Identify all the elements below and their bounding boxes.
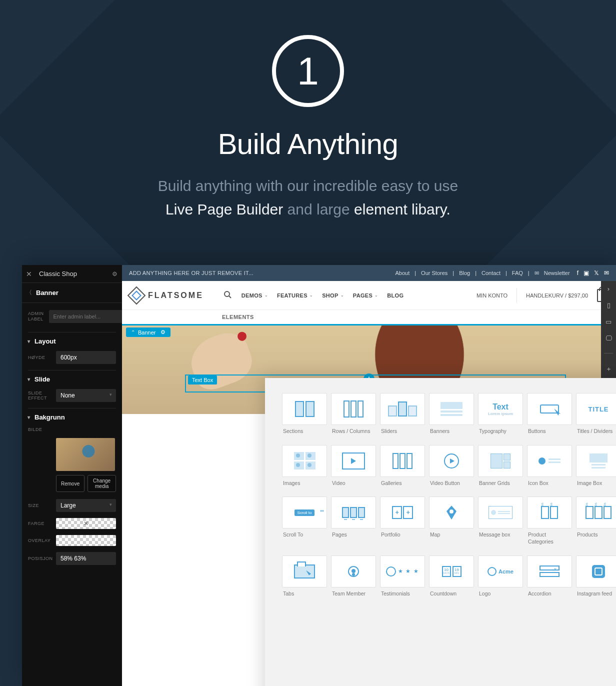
library-item-label: Sliders bbox=[380, 425, 425, 442]
hoyde-input[interactable]: 600px bbox=[56, 351, 116, 364]
desktop-icon[interactable]: 🖵 bbox=[606, 334, 612, 342]
mail-icon[interactable]: ✉ bbox=[534, 270, 539, 276]
library-item[interactable]: Buttons bbox=[527, 393, 572, 442]
library-item[interactable]: Video bbox=[331, 445, 376, 494]
library-card-icon bbox=[282, 556, 327, 588]
library-card-icon bbox=[576, 496, 616, 528]
library-card-icon: Scroll to bbox=[282, 496, 327, 528]
banner-edit-pill[interactable]: Banner bbox=[126, 328, 170, 337]
library-item[interactable]: Product Categories bbox=[527, 496, 572, 552]
library-item[interactable]: Video Button bbox=[429, 445, 474, 494]
topbar-tagline: ADD ANYTHING HERE OR JUST REMOVE IT... bbox=[129, 270, 395, 276]
topbar-link[interactable]: Our Stores bbox=[421, 270, 448, 276]
facebook-icon[interactable]: f bbox=[577, 270, 578, 276]
close-icon[interactable]: ✕ bbox=[22, 270, 36, 278]
library-item[interactable]: Rows / Columns bbox=[331, 393, 376, 442]
nav-item[interactable]: SHOP⌄ bbox=[322, 292, 344, 298]
topbar-link[interactable]: Blog bbox=[459, 270, 470, 276]
hero-step-number: 1 bbox=[272, 35, 344, 107]
library-item[interactable]: Map bbox=[429, 496, 474, 552]
library-card-icon bbox=[331, 496, 376, 528]
library-item[interactable]: Galleries bbox=[380, 445, 425, 494]
svg-point-0 bbox=[224, 292, 230, 296]
chevron-right-icon[interactable]: › bbox=[608, 285, 610, 292]
topbar-link[interactable]: FAQ bbox=[512, 270, 523, 276]
library-item-label: Logo bbox=[478, 588, 523, 604]
library-item[interactable]: Icon Box bbox=[527, 445, 572, 494]
topbar-link[interactable]: Contact bbox=[482, 270, 500, 276]
library-item[interactable]: AcmeLogo bbox=[478, 556, 523, 604]
posisjon-input[interactable]: 58% 63% bbox=[56, 552, 116, 565]
library-item-label: Countdown bbox=[429, 588, 474, 604]
nav-item[interactable]: FEATURES⌄ bbox=[277, 292, 313, 298]
library-item[interactable]: 10DAYS19MINCountdown bbox=[429, 556, 474, 604]
library-item[interactable]: Portfolio bbox=[380, 496, 425, 552]
library-item-label: Tabs bbox=[282, 588, 327, 604]
site-logo[interactable]: FLATSOME bbox=[130, 289, 204, 302]
svg-line-1 bbox=[229, 296, 231, 298]
library-item-label: Icon Box bbox=[527, 477, 572, 494]
library-card-icon bbox=[527, 393, 572, 425]
mail-icon[interactable]: ✉ bbox=[604, 270, 609, 276]
library-item-label: Banners bbox=[429, 425, 474, 442]
library-card-icon bbox=[527, 556, 572, 588]
library-item[interactable]: Team Member bbox=[331, 556, 376, 604]
back-icon[interactable]: 〈 bbox=[22, 288, 36, 297]
library-item[interactable]: Sliders bbox=[380, 393, 425, 442]
library-item[interactable]: Tabs bbox=[282, 556, 327, 604]
textbox-chip[interactable]: Text Box bbox=[188, 376, 217, 384]
library-item-label: Video Button bbox=[429, 477, 474, 494]
library-item[interactable]: Sections bbox=[282, 393, 327, 442]
twitter-icon[interactable]: 𝕏 bbox=[594, 270, 599, 276]
search-icon[interactable] bbox=[224, 290, 232, 300]
instagram-icon[interactable]: ▣ bbox=[584, 270, 589, 276]
plus-icon[interactable]: ＋ bbox=[606, 364, 612, 374]
background-image-thumb[interactable] bbox=[56, 438, 115, 471]
library-item[interactable]: Pages bbox=[331, 496, 376, 552]
library-card-icon bbox=[331, 445, 376, 477]
library-item-label: Portfolio bbox=[380, 528, 425, 546]
gear-icon[interactable]: ⚙ bbox=[107, 270, 122, 278]
subnav-elements[interactable]: ELEMENTS bbox=[122, 310, 616, 324]
library-item[interactable]: Banner Grids bbox=[478, 445, 523, 494]
nav-item[interactable]: BLOG bbox=[387, 292, 404, 298]
size-select[interactable]: Large bbox=[56, 499, 116, 512]
library-card-icon bbox=[429, 496, 474, 528]
overlay-swatch[interactable] bbox=[56, 535, 116, 546]
section-slide[interactable]: Slide bbox=[28, 370, 116, 389]
slide-effect-select[interactable]: None bbox=[56, 389, 116, 402]
library-item[interactable]: Instagram feed bbox=[576, 556, 616, 604]
library-item[interactable]: Products bbox=[576, 496, 616, 552]
tablet-icon[interactable]: ▭ bbox=[606, 318, 612, 326]
overlay-label: OVERLAY bbox=[28, 538, 56, 543]
change-media-button[interactable]: Change media bbox=[88, 475, 116, 492]
farge-swatch[interactable] bbox=[56, 518, 116, 529]
phone-icon[interactable]: ▯ bbox=[607, 302, 610, 309]
account-link[interactable]: MIN KONTO bbox=[476, 292, 508, 298]
library-item[interactable]: Scroll toScroll To bbox=[282, 496, 327, 552]
library-item[interactable]: Images bbox=[282, 445, 327, 494]
library-item-label: Scroll To bbox=[282, 528, 327, 546]
library-card-icon: 10DAYS19MIN bbox=[429, 556, 474, 588]
nav-item[interactable]: PAGES⌄ bbox=[353, 292, 378, 298]
library-card-icon bbox=[282, 445, 327, 477]
section-bakgrunn[interactable]: Bakgrunn bbox=[28, 408, 116, 427]
element-library: SectionsRows / ColumnsSlidersBannersText… bbox=[265, 378, 616, 686]
library-item[interactable]: TextLorem ipsumTypography bbox=[478, 393, 523, 442]
admin-label-input[interactable] bbox=[49, 310, 127, 323]
library-item[interactable]: ★ ★ ★Testimonials bbox=[380, 556, 425, 604]
remove-button[interactable]: Remove bbox=[56, 475, 84, 492]
admin-label-caption: ADMIN LABEL bbox=[28, 311, 44, 322]
newsletter-link[interactable]: Newsletter bbox=[544, 270, 570, 276]
library-card-icon bbox=[331, 393, 376, 425]
topbar-link[interactable]: About bbox=[395, 270, 410, 276]
nav-item[interactable]: DEMOS⌄ bbox=[242, 292, 268, 298]
library-item-label: Message box bbox=[478, 528, 523, 546]
library-item[interactable]: Message box bbox=[478, 496, 523, 552]
library-item[interactable]: Accordion bbox=[527, 556, 572, 604]
library-item[interactable]: TITLETitles / Dividers bbox=[576, 393, 616, 442]
library-item[interactable]: Image Box bbox=[576, 445, 616, 494]
section-layout[interactable]: Layout bbox=[28, 332, 116, 351]
cart-link[interactable]: HANDLEKURV / $297,00 bbox=[526, 292, 588, 298]
library-item[interactable]: Banners bbox=[429, 393, 474, 442]
